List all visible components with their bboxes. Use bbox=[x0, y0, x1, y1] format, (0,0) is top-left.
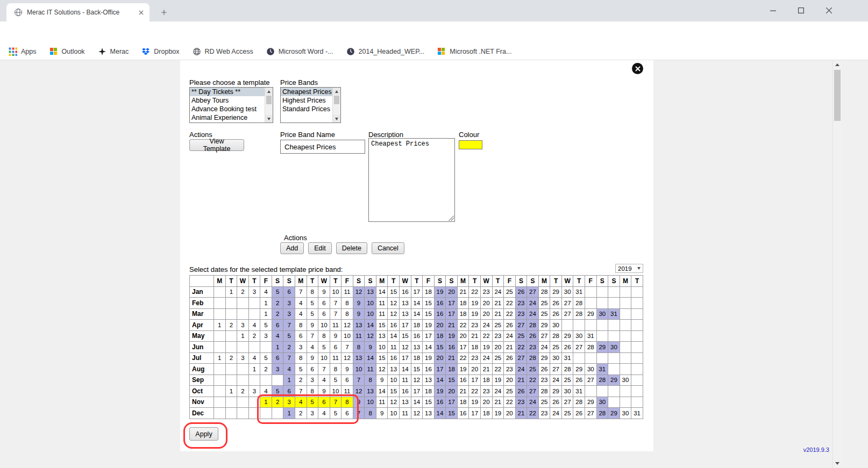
calendar-day-cell[interactable]: 18 bbox=[469, 342, 481, 353]
calendar-day-cell[interactable]: 4 bbox=[295, 397, 307, 408]
calendar-day-cell[interactable]: 6 bbox=[341, 375, 353, 386]
calendar-day-cell[interactable]: 29 bbox=[585, 308, 597, 320]
calendar-day-cell[interactable]: 28 bbox=[550, 330, 562, 342]
calendar-day-cell[interactable]: 23 bbox=[504, 364, 516, 375]
calendar-day-cell[interactable]: 29 bbox=[538, 320, 550, 331]
calendar-day-cell[interactable]: 11 bbox=[400, 375, 411, 386]
scroll-down-icon[interactable] bbox=[265, 115, 273, 123]
calendar-day-cell[interactable]: 22 bbox=[527, 408, 539, 419]
calendar-day-cell[interactable]: 14 bbox=[411, 397, 423, 408]
calendar-day-cell[interactable]: 31 bbox=[573, 286, 585, 298]
calendar-day-cell[interactable]: 4 bbox=[248, 352, 260, 364]
window-minimize-button[interactable] bbox=[760, 0, 786, 20]
calendar-day-cell[interactable]: 13 bbox=[388, 364, 400, 375]
calendar-day-cell[interactable]: 1 bbox=[214, 320, 226, 331]
calendar-day-cell[interactable]: 4 bbox=[307, 342, 318, 353]
calendar-day-cell[interactable]: 11 bbox=[365, 364, 376, 375]
apply-button[interactable]: Apply bbox=[189, 427, 218, 441]
calendar-day-cell[interactable]: 6 bbox=[307, 364, 318, 375]
calendar-day-cell[interactable]: 2 bbox=[283, 342, 295, 353]
calendar-day-cell[interactable]: 20 bbox=[504, 408, 516, 419]
calendar-day-cell[interactable]: 27 bbox=[527, 286, 539, 298]
calendar-day-cell[interactable]: 18 bbox=[423, 286, 435, 298]
calendar-day-cell[interactable]: 6 bbox=[341, 408, 353, 419]
calendar-day-cell[interactable]: 6 bbox=[283, 286, 295, 298]
calendar-day-cell[interactable]: 29 bbox=[596, 342, 608, 353]
calendar-day-cell[interactable]: 6 bbox=[318, 397, 330, 408]
calendar-day-cell[interactable]: 16 bbox=[423, 364, 435, 375]
calendar-day-cell[interactable]: 24 bbox=[480, 320, 492, 331]
calendar-day-cell[interactable]: 20 bbox=[504, 375, 516, 386]
calendar-day-cell[interactable]: 23 bbox=[538, 408, 550, 419]
scrollbar-thumb[interactable] bbox=[834, 70, 841, 121]
scrollbar-thumb[interactable] bbox=[334, 96, 339, 104]
calendar-day-cell[interactable]: 15 bbox=[423, 298, 435, 309]
scroll-up-icon[interactable] bbox=[833, 60, 842, 69]
calendar-day-cell[interactable]: 14 bbox=[434, 375, 446, 386]
calendar-day-cell[interactable]: 31 bbox=[561, 352, 573, 364]
calendar-day-cell[interactable]: 3 bbox=[283, 298, 295, 309]
tab-close-icon[interactable] bbox=[137, 8, 145, 17]
calendar-day-cell[interactable]: 5 bbox=[260, 320, 272, 331]
calendar-day-cell[interactable]: 7 bbox=[295, 286, 307, 298]
calendar-day-cell[interactable]: 12 bbox=[388, 298, 400, 309]
calendar-day-cell[interactable]: 9 bbox=[353, 298, 365, 309]
calendar-day-cell[interactable]: 28 bbox=[527, 320, 539, 331]
calendar-day-cell[interactable]: 22 bbox=[504, 298, 516, 309]
calendar-day-cell[interactable]: 21 bbox=[492, 397, 504, 408]
view-template-button[interactable]: View Template bbox=[189, 139, 244, 151]
browser-tab[interactable]: Merac IT Solutions - Back-Office bbox=[6, 3, 150, 21]
calendar-day-cell[interactable]: 12 bbox=[353, 286, 365, 298]
calendar-day-cell[interactable]: 4 bbox=[272, 330, 283, 342]
calendar-day-cell[interactable]: 23 bbox=[527, 342, 539, 353]
price-bands-listbox-scrollbar[interactable] bbox=[332, 88, 340, 123]
calendar-day-cell[interactable]: 10 bbox=[376, 342, 388, 353]
calendar-day-cell[interactable]: 2 bbox=[237, 386, 249, 397]
bookmark-microsoft-net-fra[interactable]: Microsoft .NET Fra... bbox=[437, 47, 511, 56]
calendar-day-cell[interactable]: 9 bbox=[318, 386, 330, 397]
calendar-day-cell[interactable]: 15 bbox=[400, 330, 411, 342]
calendar-day-cell[interactable]: 10 bbox=[388, 375, 400, 386]
price-band-name-input[interactable]: Cheapest Prices bbox=[280, 140, 365, 154]
calendar-day-cell[interactable]: 31 bbox=[631, 408, 643, 419]
calendar-day-cell[interactable]: 5 bbox=[307, 298, 318, 309]
calendar-day-cell[interactable]: 30 bbox=[561, 386, 573, 397]
price-band-option[interactable]: Standard Prices bbox=[281, 105, 332, 113]
calendar-day-cell[interactable]: 10 bbox=[330, 386, 341, 397]
calendar-day-cell[interactable]: 17 bbox=[423, 330, 435, 342]
calendar-day-cell[interactable]: 17 bbox=[446, 308, 458, 320]
calendar-day-cell[interactable]: 4 bbox=[283, 364, 295, 375]
calendar-day-cell[interactable]: 26 bbox=[504, 320, 516, 331]
calendar-day-cell[interactable]: 24 bbox=[480, 352, 492, 364]
calendar-day-cell[interactable]: 21 bbox=[515, 375, 527, 386]
cancel-button[interactable]: Cancel bbox=[372, 242, 404, 254]
calendar-day-cell[interactable]: 7 bbox=[330, 397, 341, 408]
calendar-day-cell[interactable]: 8 bbox=[330, 364, 341, 375]
calendar-day-cell[interactable]: 10 bbox=[365, 308, 376, 320]
calendar-day-cell[interactable]: 22 bbox=[527, 375, 539, 386]
calendar-day-cell[interactable]: 22 bbox=[457, 320, 469, 331]
calendar-day-cell[interactable]: 11 bbox=[376, 308, 388, 320]
calendar-day-cell[interactable]: 15 bbox=[376, 320, 388, 331]
calendar-day-cell[interactable]: 10 bbox=[353, 364, 365, 375]
calendar-day-cell[interactable]: 18 bbox=[457, 397, 469, 408]
calendar-day-cell[interactable]: 5 bbox=[330, 408, 341, 419]
calendar-day-cell[interactable]: 29 bbox=[550, 386, 562, 397]
calendar-day-cell[interactable]: 27 bbox=[515, 352, 527, 364]
calendar-day-cell[interactable]: 3 bbox=[237, 320, 249, 331]
calendar-day-cell[interactable]: 6 bbox=[272, 352, 283, 364]
calendar-day-cell[interactable]: 6 bbox=[272, 320, 283, 331]
calendar-day-cell[interactable]: 21 bbox=[515, 408, 527, 419]
calendar-day-cell[interactable]: 23 bbox=[515, 308, 527, 320]
calendar-day-cell[interactable]: 28 bbox=[573, 308, 585, 320]
calendar-day-cell[interactable]: 30 bbox=[573, 330, 585, 342]
calendar-day-cell[interactable]: 13 bbox=[411, 342, 423, 353]
calendar-day-cell[interactable]: 4 bbox=[248, 320, 260, 331]
calendar-day-cell[interactable]: 5 bbox=[295, 364, 307, 375]
calendar-day-cell[interactable]: 4 bbox=[260, 286, 272, 298]
calendar-day-cell[interactable]: 14 bbox=[388, 330, 400, 342]
calendar-day-cell[interactable]: 2 bbox=[225, 352, 237, 364]
calendar-day-cell[interactable]: 1 bbox=[260, 308, 272, 320]
calendar-day-cell[interactable]: 19 bbox=[469, 298, 481, 309]
calendar-day-cell[interactable]: 14 bbox=[376, 286, 388, 298]
